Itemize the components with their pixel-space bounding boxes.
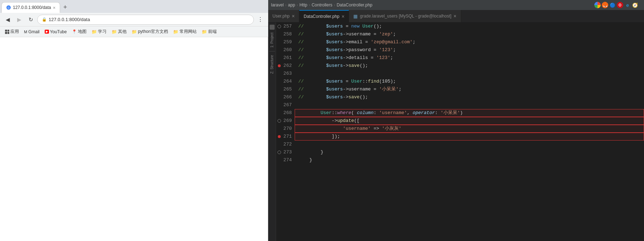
breakpoint-dot-271: [278, 135, 281, 138]
bookmark-maps-label: 地图: [78, 29, 87, 35]
code-line-269: -> update ([: [295, 117, 644, 125]
browser-icons-cluster: 🦊 🔵 O e 🧭: [594, 2, 638, 8]
bookmark-study[interactable]: 📁 学习: [89, 28, 109, 35]
code-line-274: }: [295, 156, 644, 164]
youtube-icon: ▶: [45, 30, 49, 34]
tab-close-icon[interactable]: ×: [53, 5, 56, 10]
code-line-270: 'username' => '小灰灰': [295, 125, 644, 133]
breadcrumb-app[interactable]: app: [288, 3, 295, 8]
bookmark-gmail[interactable]: M Gmail: [22, 29, 42, 35]
back-button[interactable]: ◀: [3, 15, 13, 25]
line-number: 271: [276, 133, 295, 141]
tab-datacontroller-close[interactable]: ×: [341, 14, 344, 19]
line-number: 260: [276, 46, 295, 54]
line-number: 269: [276, 117, 295, 125]
forward-button[interactable]: ▶: [14, 15, 24, 25]
line-number: 274: [276, 156, 295, 164]
browser-menu-icon[interactable]: ⋮: [255, 15, 265, 25]
tab-datacontroller-php[interactable]: DataController.php ×: [299, 10, 349, 22]
firefox-icon: 🦊: [602, 2, 608, 8]
bookmark-other[interactable]: 📁 其他: [109, 28, 129, 35]
tab-user-php-close[interactable]: ×: [292, 13, 295, 19]
breadcrumb-laravel[interactable]: laravel: [271, 3, 284, 8]
editor-body: 1: Project Z: Structure 257 258 259: [268, 23, 644, 241]
code-line-264: // $users = User :: find (105);: [295, 78, 644, 85]
code-line-261: // $users ->details = '123' ;: [295, 54, 644, 62]
line-number: 273: [276, 148, 295, 156]
folder-common-icon: 📁: [173, 29, 178, 34]
bookmark-study-label: 学习: [98, 29, 107, 35]
tab-user-php-label: User.php: [272, 14, 290, 19]
browser-top-area: G 127.0.0.1:8000/data × + ◀ ▶ ↻ 🔒 127.0.…: [0, 0, 268, 37]
line-number: 257: [276, 23, 295, 30]
ie-icon: e: [624, 2, 631, 8]
breakpoint-circle-257: [277, 25, 281, 28]
breadcrumb-file[interactable]: DataController.php: [336, 3, 372, 8]
tab-db-close[interactable]: ×: [453, 13, 456, 19]
url-text: 127.0.0.1:8000/data: [49, 17, 90, 22]
breadcrumb-http[interactable]: Http: [299, 3, 307, 8]
bookmark-apps-label: 应用: [10, 29, 19, 35]
breakpoint-circle-269: [277, 119, 281, 123]
chrome-icon: [594, 2, 601, 8]
maps-icon: 📍: [72, 29, 77, 34]
opera-icon: O: [617, 2, 623, 8]
bookmark-youtube-label: YouTube: [50, 29, 67, 34]
breadcrumb-controllers[interactable]: Controllers: [311, 3, 332, 8]
side-label-project[interactable]: 1: Project: [270, 31, 274, 49]
new-tab-btn[interactable]: +: [60, 2, 70, 12]
tab-db-label: grade.laravel_users [MySQL - grade@local…: [360, 14, 451, 19]
side-label-structure[interactable]: Z: Structure: [270, 54, 274, 75]
line-number: 268: [276, 109, 295, 117]
breakpoint-circle-273: [277, 151, 281, 154]
breakpoint-dot-262: [278, 64, 281, 67]
breadcrumb-path: laravel › app › Http › Controllers › Dat…: [271, 3, 373, 8]
side-panel: 1: Project Z: Structure: [268, 23, 276, 241]
address-bar[interactable]: 🔒 127.0.0.1:8000/data: [37, 15, 254, 25]
line-number: 262: [276, 62, 295, 70]
bookmark-gmail-label: Gmail: [28, 29, 39, 34]
tab-datacontroller-label: DataController.php: [304, 14, 339, 19]
bookmark-frontend-label: 前端: [208, 29, 217, 35]
bookmark-youtube[interactable]: ▶ YouTube: [43, 29, 69, 35]
code-line-265: // $users ->username = '小呆呆' ;: [295, 85, 644, 93]
line-numbers-gutter: 257 258 259 260 261 262 26: [276, 23, 295, 241]
bookmark-maps[interactable]: 📍 地图: [70, 28, 89, 35]
bookmarks-bar: 应用 M Gmail ▶ YouTube 📍 地图 📁 学习 📁 其他 📁 py…: [0, 26, 268, 37]
tab-user-php[interactable]: User.php ×: [268, 10, 299, 22]
code-line-263: [295, 70, 644, 78]
code-line-259: // $users ->email = 'zep@gmail.com' ;: [295, 38, 644, 46]
code-line-273: }: [295, 148, 644, 156]
folder-python-icon: 📁: [132, 29, 137, 34]
browser-tab-bar: G 127.0.0.1:8000/data × +: [0, 0, 268, 13]
safari-icon: 🧭: [632, 2, 638, 8]
code-line-266: // $users -> save ();: [295, 93, 644, 101]
line-number: 272: [276, 141, 295, 148]
bookmark-apps[interactable]: 应用: [3, 28, 21, 35]
line-number: 264: [276, 78, 295, 85]
folder-study-icon: 📁: [92, 29, 97, 34]
folder-other-icon: 📁: [112, 29, 117, 34]
code-area: 257 258 259 260 261 262 26: [276, 23, 644, 241]
line-number: 266: [276, 93, 295, 101]
code-line-258: // $users ->username = 'zep' ;: [295, 30, 644, 38]
editor-area: laravel › app › Http › Controllers › Dat…: [268, 0, 644, 241]
active-tab[interactable]: G 127.0.0.1:8000/data ×: [1, 2, 60, 13]
line-number: 267: [276, 101, 295, 109]
browser-nav-row: ◀ ▶ ↻ 🔒 127.0.0.1:8000/data ⋮: [0, 13, 268, 26]
bookmark-frontend[interactable]: 📁 前端: [200, 28, 219, 35]
phpstorm-top-bar: laravel › app › Http › Controllers › Dat…: [268, 0, 644, 10]
code-content: // $users = new User (); //: [295, 23, 644, 241]
editor-tabs: User.php × DataController.php × ▦ grade.…: [268, 10, 644, 23]
line-number: 259: [276, 38, 295, 46]
svg-text:G: G: [8, 6, 9, 9]
bookmark-common[interactable]: 📁 常用网站: [171, 28, 199, 35]
apps-icon: [5, 30, 9, 34]
line-number: 265: [276, 85, 295, 93]
code-line-262: // $users -> save ();: [295, 62, 644, 70]
tab-db[interactable]: ▦ grade.laravel_users [MySQL - grade@loc…: [349, 10, 461, 22]
reload-button[interactable]: ↻: [26, 15, 36, 25]
bookmark-python[interactable]: 📁 python官方文档: [129, 28, 170, 35]
tab-label: 127.0.0.1:8000/data: [13, 5, 51, 10]
tab-favicon: G: [6, 5, 11, 10]
